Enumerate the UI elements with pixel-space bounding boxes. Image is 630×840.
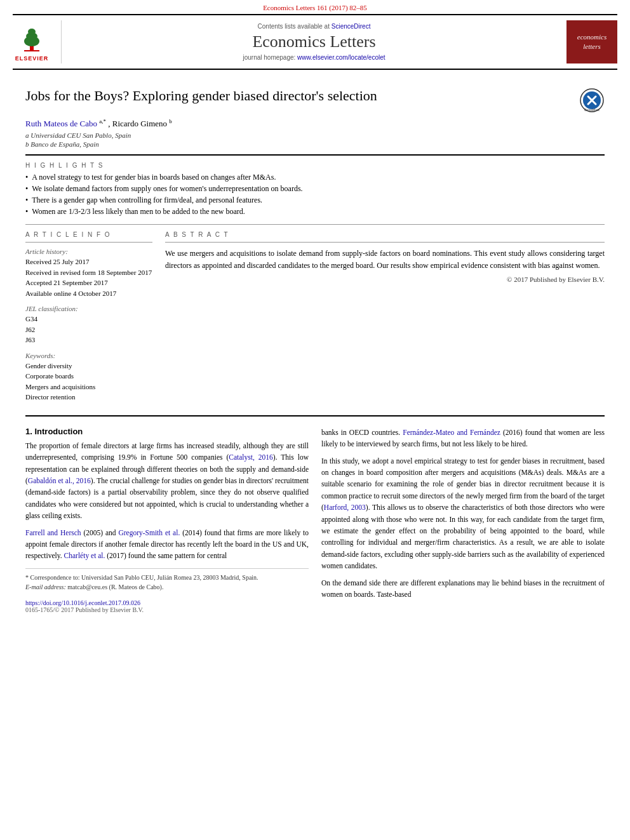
highlight-item-4: • Women are 1/3-2/3 less likely than men…	[25, 207, 605, 217]
jel-code-1: G34	[25, 314, 152, 324]
affiliation-a: a Universidad CEU San Pablo, Spain	[25, 131, 605, 139]
info-abstract-section: A R T I C L E I N F O Article history: R…	[25, 231, 605, 409]
right-para1: banks in OECD countries. Fernández-Mateo…	[321, 427, 605, 450]
elsevier-logo-section: ELSEVIER	[13, 20, 62, 63]
article-info-col: A R T I C L E I N F O Article history: R…	[25, 231, 152, 409]
svg-point-3	[28, 29, 36, 35]
crossmark-icon: CrossMark	[579, 88, 605, 113]
keyword-3: Mergers and acquisitions	[25, 382, 152, 392]
bullet-icon-2: •	[25, 184, 28, 194]
available-date: Available online 4 October 2017	[25, 288, 152, 299]
keyword-1: Gender diversity	[25, 361, 152, 371]
keyword-2: Corporate boards	[25, 371, 152, 382]
main-body-section: 1. Introduction The proportion of female…	[25, 427, 605, 613]
received-date: Received 25 July 2017	[25, 257, 152, 267]
farrell-link[interactable]: Farrell and Hersch	[25, 529, 81, 537]
highlights-label: H I G H L I G H T S	[25, 162, 605, 169]
abstract-text: We use mergers and acquisitions to isola…	[165, 248, 605, 271]
charlety-link[interactable]: Charléty et al.	[64, 552, 105, 559]
jel-block: JEL classification: G34 J62 J63	[25, 305, 152, 345]
divider-after-affiliations	[25, 154, 605, 156]
authors-line: Ruth Mateos de Cabo a,* , Ricardo Gimeno…	[25, 118, 605, 129]
article-title-text: Jobs for the Boys? Exploring gender bias…	[25, 88, 573, 104]
body-para2: Farrell and Hersch (2005) Introductionan…	[25, 527, 309, 562]
jel-code-2: J62	[25, 324, 152, 335]
issn-text: 0165-1765/© 2017 Published by Elsevier B…	[25, 606, 309, 613]
bullet-icon-4: •	[25, 207, 28, 217]
gregory-link[interactable]: Gregory-Smith et al.	[118, 529, 180, 537]
keywords-heading: Keywords:	[25, 352, 152, 359]
highlight-item-1: • A novel strategy to test for gender bi…	[25, 173, 605, 182]
science-direct-link[interactable]: ScienceDirect	[332, 23, 371, 30]
author2-sup: b	[169, 118, 172, 124]
right-para3: On the demand side there are different e…	[321, 577, 605, 601]
bullet-icon-1: •	[25, 173, 28, 182]
body-para1: The proportion of female directors at la…	[25, 440, 309, 522]
body-right-col: banks in OECD countries. Fernández-Mateo…	[321, 427, 605, 613]
citation-text: Economics Letters 161 (2017) 82–85	[263, 4, 367, 11]
author2-name: , Ricardo Gimeno	[108, 119, 169, 128]
doi-link[interactable]: https://doi.org/10.1016/j.econlet.2017.0…	[25, 599, 140, 606]
divider-after-highlights	[25, 224, 605, 225]
journal-homepage-link[interactable]: www.elsevier.com/locate/ecolet	[297, 54, 385, 61]
article-info-label: A R T I C L E I N F O	[25, 231, 152, 238]
right-para2: In this study, we adopt a novel empirica…	[321, 455, 605, 572]
doi-section: https://doi.org/10.1016/j.econlet.2017.0…	[25, 599, 309, 613]
article-history-block: Article history: Received 25 July 2017 R…	[25, 248, 152, 298]
highlight-item-2: • We isolate demand factors from supply …	[25, 184, 605, 194]
article-content: Jobs for the Boys? Exploring gender bias…	[0, 70, 630, 626]
history-heading: Article history:	[25, 248, 152, 255]
article-title-row: Jobs for the Boys? Exploring gender bias…	[25, 88, 605, 113]
keywords-block: Keywords: Gender diversity Corporate boa…	[25, 352, 152, 403]
brand-name: economics letters	[577, 32, 607, 52]
section1-heading: 1. Introduction	[25, 427, 309, 436]
footnote-section: * Correspondence to: Universidad San Pab…	[25, 568, 309, 592]
journal-header: ELSEVIER Contents lists available at Sci…	[13, 14, 617, 70]
author1-link[interactable]: Ruth Mateos de Cabo	[25, 119, 99, 128]
elsevier-logo: ELSEVIER	[13, 22, 51, 62]
elsevier-tree-icon	[13, 22, 51, 54]
contents-available-line: Contents lists available at ScienceDirec…	[258, 23, 371, 30]
brand-logo-box: economics letters	[566, 20, 617, 63]
svg-rect-4	[24, 50, 39, 51]
bullet-icon-3: •	[25, 196, 28, 205]
fernandez-link[interactable]: Fernández-Mateo and Fernández	[403, 429, 500, 436]
journal-title-section: Contents lists available at ScienceDirec…	[62, 20, 566, 63]
revised-date: Received in revised form 18 September 20…	[25, 267, 152, 278]
jel-code-3: J63	[25, 335, 152, 345]
keyword-4: Director retention	[25, 392, 152, 403]
citation-bar: Economics Letters 161 (2017) 82–85	[0, 0, 630, 14]
abstract-copyright: © 2017 Published by Elsevier B.V.	[165, 276, 605, 283]
jel-heading: JEL classification:	[25, 305, 152, 312]
abstract-col: A B S T R A C T We use mergers and acqui…	[165, 231, 605, 409]
abstract-label: A B S T R A C T	[165, 231, 605, 238]
journal-homepage-line: journal homepage: www.elsevier.com/locat…	[243, 54, 385, 61]
section1-title: Introduction	[34, 427, 83, 436]
elsevier-wordmark: ELSEVIER	[15, 55, 49, 62]
footnote-email-text: E-mail address: matcab@ceu.es (R. Mateos…	[25, 582, 309, 592]
journal-title: Economics Letters	[252, 32, 375, 51]
body-left-col: 1. Introduction The proportion of female…	[25, 427, 309, 613]
divider-before-body	[25, 415, 605, 417]
svg-text:CrossMark: CrossMark	[584, 108, 600, 112]
highlight-item-3: • There is a gender gap when controlling…	[25, 196, 605, 205]
section1-num: 1.	[25, 427, 32, 436]
affiliation-b: b Banco de España, Spain	[25, 140, 605, 148]
footnote-star-text: * Correspondence to: Universidad San Pab…	[25, 573, 309, 582]
highlights-section: H I G H L I G H T S • A novel strategy t…	[25, 162, 605, 217]
author1-sup: a,*	[99, 118, 106, 124]
gabaldon-link[interactable]: Gabaldón et al., 2016	[28, 477, 91, 484]
accepted-date: Accepted 21 September 2017	[25, 277, 152, 288]
catalyst-link[interactable]: Catalyst, 2016	[229, 453, 273, 461]
harford-link[interactable]: Harford, 2003	[324, 503, 366, 511]
